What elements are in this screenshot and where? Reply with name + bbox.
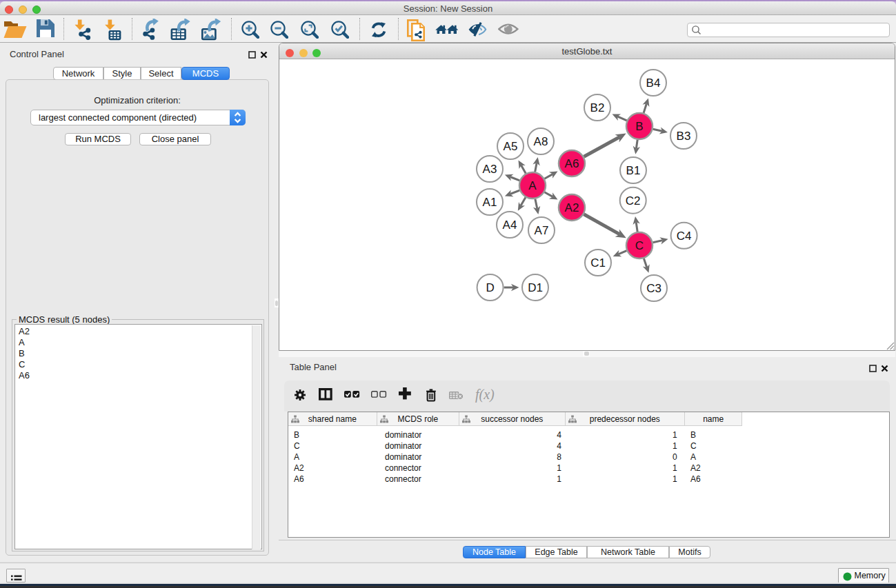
- svg-text:A: A: [528, 179, 537, 192]
- svg-text:C3: C3: [646, 282, 661, 295]
- svg-text:A2: A2: [565, 201, 579, 214]
- svg-text:A3: A3: [483, 163, 497, 176]
- svg-text:B: B: [635, 120, 643, 133]
- svg-text:D1: D1: [528, 281, 543, 294]
- svg-text:B4: B4: [646, 77, 661, 90]
- svg-text:B2: B2: [590, 101, 605, 114]
- svg-text:A7: A7: [535, 224, 549, 237]
- svg-text:C2: C2: [626, 194, 641, 207]
- svg-text:A5: A5: [504, 140, 518, 153]
- svg-text:A8: A8: [534, 135, 548, 148]
- svg-text:A1: A1: [483, 196, 497, 209]
- svg-text:B3: B3: [677, 130, 691, 143]
- svg-text:B1: B1: [626, 164, 641, 177]
- svg-text:A6: A6: [565, 157, 579, 170]
- svg-text:C1: C1: [590, 256, 606, 270]
- svg-text:C: C: [635, 239, 644, 252]
- svg-text:D: D: [486, 281, 494, 294]
- svg-text:C4: C4: [677, 230, 692, 243]
- svg-text:A4: A4: [503, 219, 517, 232]
